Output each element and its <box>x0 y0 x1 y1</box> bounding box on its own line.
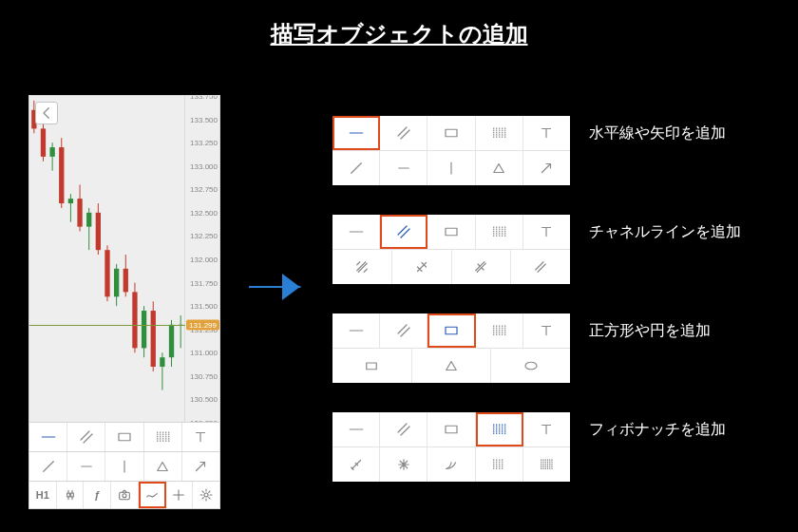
fib-grid1-icon[interactable] <box>476 447 523 482</box>
y-tick: 133.750 <box>190 96 218 101</box>
svg-rect-7 <box>59 147 64 203</box>
vline-icon[interactable] <box>105 452 143 481</box>
rect-out-icon[interactable] <box>332 349 412 383</box>
y-tick: 130.750 <box>190 371 218 380</box>
panel-label: チャネルラインを追加 <box>589 222 741 242</box>
fib-icon[interactable] <box>476 314 523 348</box>
draw-toolbar-2 <box>29 451 219 481</box>
triangle-icon[interactable] <box>144 452 182 481</box>
text-icon[interactable] <box>523 116 570 150</box>
back-button[interactable] <box>35 102 58 124</box>
tool-panel <box>332 412 570 482</box>
svg-rect-5 <box>49 147 54 157</box>
rect-icon[interactable] <box>105 423 143 451</box>
fib-retrace-icon[interactable] <box>332 447 380 482</box>
y-tick: 133.500 <box>190 115 218 124</box>
crosshair-icon[interactable] <box>166 482 194 508</box>
text-icon[interactable] <box>523 314 570 348</box>
diag-line-icon[interactable] <box>332 151 380 185</box>
rect-icon[interactable] <box>428 215 475 249</box>
arrow-diag-icon[interactable] <box>182 452 219 481</box>
svg-rect-11 <box>77 199 82 226</box>
text-icon[interactable] <box>523 412 570 446</box>
y-tick: 132.500 <box>190 208 218 217</box>
camera-icon[interactable] <box>111 482 139 508</box>
rect-icon[interactable] <box>428 412 475 446</box>
fib-icon[interactable] <box>476 412 523 446</box>
hline-icon[interactable] <box>332 412 380 446</box>
page-title: 描写オブジェクトの追加 <box>0 19 798 49</box>
fib-icon[interactable] <box>144 423 182 451</box>
svg-rect-29 <box>160 357 164 367</box>
svg-rect-41 <box>446 228 457 236</box>
indicator-f[interactable]: ƒ <box>84 482 111 508</box>
bottom-bar: H1ƒ <box>29 481 219 508</box>
ellipse-icon[interactable] <box>491 349 570 383</box>
hline-icon[interactable] <box>29 423 67 451</box>
chart-area[interactable]: 133.750133.500133.250133.000132.750132.5… <box>29 96 219 422</box>
svg-rect-27 <box>151 311 156 367</box>
svg-rect-42 <box>446 327 457 334</box>
rect-icon[interactable] <box>428 116 475 150</box>
panel-label: 水平線や矢印を追加 <box>589 124 726 143</box>
channel-var1-icon[interactable] <box>332 250 392 284</box>
svg-rect-13 <box>86 213 91 227</box>
svg-rect-3 <box>41 128 46 156</box>
price-line <box>29 325 185 326</box>
candlestick-chart <box>29 96 185 422</box>
svg-rect-19 <box>114 269 119 296</box>
fib-icon[interactable] <box>476 116 523 150</box>
hline-seg-icon[interactable] <box>67 452 105 481</box>
panel-label: 正方形や円を追加 <box>589 321 711 341</box>
svg-rect-25 <box>142 311 146 348</box>
y-tick: 132.750 <box>190 185 218 194</box>
text-icon[interactable] <box>523 215 570 249</box>
svg-point-39 <box>204 493 208 497</box>
draw-toolbar <box>29 422 219 451</box>
phone-mock: 133.750133.500133.250133.000132.750132.5… <box>28 95 220 509</box>
channel-icon[interactable] <box>380 412 428 446</box>
fib-fan-icon[interactable] <box>380 447 428 482</box>
diag-line-icon[interactable] <box>29 452 67 481</box>
channel-var4-icon[interactable] <box>511 250 570 284</box>
y-tick: 132.000 <box>190 256 218 264</box>
draw-icon[interactable] <box>139 482 166 508</box>
text-icon[interactable] <box>182 423 219 451</box>
channel-var3-icon[interactable] <box>452 250 512 284</box>
y-axis: 133.750133.500133.250133.000132.750132.5… <box>184 96 219 422</box>
svg-rect-21 <box>124 269 128 293</box>
arrow-diag-icon[interactable] <box>523 151 570 185</box>
tri-out-icon[interactable] <box>412 349 492 383</box>
tool-panel <box>332 215 570 284</box>
y-tick: 131.750 <box>190 278 218 287</box>
timeframe-h1[interactable]: H1 <box>29 482 57 508</box>
hline-icon[interactable] <box>332 215 380 249</box>
fib-icon[interactable] <box>476 215 523 249</box>
settings-icon[interactable] <box>193 482 219 508</box>
channel-icon[interactable] <box>67 423 105 451</box>
channel-icon[interactable] <box>380 314 428 348</box>
triangle-icon[interactable] <box>476 151 523 185</box>
y-tick: 130.250 <box>190 419 218 423</box>
hline-seg-icon[interactable] <box>380 151 428 185</box>
vline-icon[interactable] <box>428 151 475 185</box>
y-tick: 130.500 <box>190 395 218 404</box>
y-tick: 131.500 <box>190 302 218 311</box>
tool-panel <box>332 314 570 383</box>
channel-icon[interactable] <box>380 215 428 249</box>
tool-panel <box>332 116 570 185</box>
rect-icon[interactable] <box>428 314 475 348</box>
channel-var2-icon[interactable] <box>392 250 452 284</box>
hline-icon[interactable] <box>332 314 380 348</box>
y-tick: 131.000 <box>190 349 218 357</box>
svg-point-44 <box>525 362 537 370</box>
svg-rect-45 <box>446 426 457 433</box>
candle-type-icon[interactable] <box>57 482 85 508</box>
arrow-icon <box>245 268 302 310</box>
fib-arc-icon[interactable] <box>428 447 475 482</box>
hline-icon[interactable] <box>332 116 380 150</box>
fib-grid2-icon[interactable] <box>523 447 570 482</box>
channel-icon[interactable] <box>380 116 428 150</box>
svg-rect-17 <box>104 250 109 296</box>
svg-rect-43 <box>367 363 377 370</box>
